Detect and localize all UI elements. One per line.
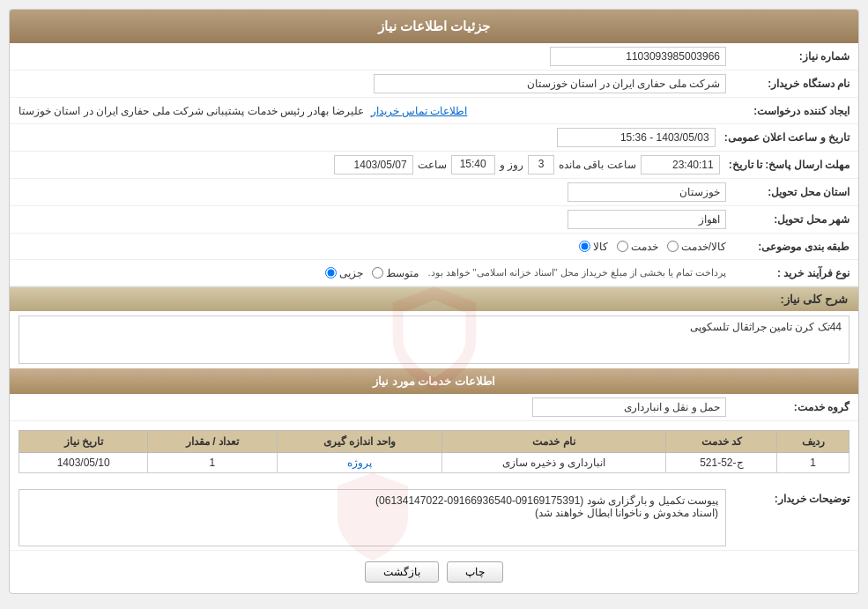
category-khedmat[interactable]: خدمت (617, 241, 658, 253)
delivery-province-area: خوزستان (19, 182, 726, 202)
purchase-type-radio-group: متوسط جزیی (325, 267, 419, 279)
need-summary-value: 44تک کرن تامین جراثقال تلسکوپی (690, 321, 842, 333)
page-title: جزئیات اطلاعات نیاز (10, 10, 858, 43)
response-deadline-area: 23:40:11 ساعت باقی مانده 3 روز و 15:40 س… (19, 155, 720, 175)
purchase-type-motevaset[interactable]: متوسط (372, 267, 419, 279)
delivery-province-row: استان محل تحویل: خوزستان (10, 179, 858, 206)
purchase-type-motevaset-label: متوسط (386, 267, 419, 279)
remaining-label: ساعت باقی مانده (559, 159, 636, 171)
col-header-quantity: تعداد / مقدار (148, 431, 277, 453)
delivery-province-value: خوزستان (568, 182, 726, 202)
purchase-type-note: پرداخت تمام یا بخشی از مبلغ خریداز محل "… (427, 267, 726, 279)
creator-row: ایجاد کننده درخواست: اطلاعات تماس خریدار… (10, 98, 858, 124)
buyer-notes-label: توضیحات خریدار: (726, 489, 849, 505)
delivery-city-label: شهر محل تحویل: (726, 213, 849, 226)
delivery-city-area: اهواز (19, 210, 726, 229)
purchase-type-label: نوع فرآیند خرید : (726, 267, 849, 279)
response-days-value: 3 (528, 155, 554, 175)
cell-date: 1403/05/10 (19, 453, 148, 473)
category-area: کالا/خدمت خدمت کالا (19, 241, 726, 253)
need-number-value-area: 1103093985003966 (19, 47, 726, 66)
creator-label: ایجاد کننده درخواست: (726, 105, 849, 117)
need-summary-header: شرح کلی نیاز: (10, 287, 858, 311)
need-number-value: 1103093985003966 (550, 47, 726, 66)
category-kala-khedmat-label: کالا/خدمت (681, 241, 726, 253)
response-remaining-value: 23:40:11 (641, 155, 720, 175)
table-row: 1 ج-52-521 انبارداری و ذخیره سازی پروژه … (19, 453, 849, 473)
time-label: ساعت (418, 159, 447, 171)
response-time-value: 15:40 (451, 155, 495, 175)
buyer-notes-row: توضیحات خریدار: پیوست تکمیل و بارگزاری ش… (10, 482, 858, 551)
contact-link[interactable]: اطلاعات تماس خریدار (371, 105, 468, 117)
buyer-org-row: نام دستگاه خریدار: شرکت ملی حفاری ایران … (10, 71, 858, 98)
col-header-unit: واحد اندازه گیری (277, 431, 441, 453)
service-group-label: گروه خدمت: (726, 401, 849, 413)
response-deadline-label: مهلت ارسال پاسخ: تا تاریخ: (720, 159, 849, 171)
category-kala-khedmat[interactable]: کالا/خدمت (667, 241, 726, 253)
category-khedmat-label: خدمت (631, 241, 658, 253)
days-label: روز و (500, 159, 523, 171)
buyer-notes-area: پیوست تکمیل و بارگزاری شود (09169175391-… (19, 489, 726, 546)
col-header-code: کد خدمت (666, 431, 777, 453)
services-table: ردیف کد خدمت نام خدمت واحد اندازه گیری ت… (19, 430, 849, 473)
service-group-value-area: حمل و نقل و انبارداری (19, 397, 726, 417)
need-number-row: شماره نیاز: 1103093985003966 (10, 43, 858, 71)
delivery-city-row: شهر محل تحویل: اهواز (10, 206, 858, 234)
need-number-label: شماره نیاز: (726, 50, 849, 63)
purchase-type-area: پرداخت تمام یا بخشی از مبلغ خریداز محل "… (19, 267, 726, 279)
need-summary-area: 44تک کرن تامین جراثقال تلسکوپی (10, 311, 858, 368)
service-group-value: حمل و نقل و انبارداری (532, 397, 726, 417)
col-header-date: تاریخ نیاز (19, 431, 148, 453)
col-header-name: نام خدمت (441, 431, 665, 453)
creator-value-area: اطلاعات تماس خریدار علیرضا بهادر رئیس خد… (19, 105, 726, 117)
delivery-city-value: اهواز (568, 210, 726, 229)
services-table-area: ردیف کد خدمت نام خدمت واحد اندازه گیری ت… (10, 421, 858, 482)
services-section-header: اطلاعات خدمات مورد نیاز (10, 368, 858, 394)
print-button[interactable]: چاپ (447, 561, 503, 583)
announce-time-area: 1403/05/03 - 15:36 (19, 128, 716, 147)
cell-code: ج-52-521 (666, 453, 777, 473)
category-kala[interactable]: کالا (579, 241, 608, 253)
category-row: طبقه بندی موضوعی: کالا/خدمت خدمت کالا (10, 234, 858, 260)
announce-time-value: 1403/05/03 - 15:36 (557, 128, 716, 147)
category-kala-label: کالا (593, 241, 608, 253)
cell-name: انبارداری و ذخیره سازی (441, 453, 665, 473)
buyer-org-label: نام دستگاه خریدار: (726, 78, 849, 90)
delivery-province-label: استان محل تحویل: (726, 186, 849, 198)
cell-unit: پروژه (277, 453, 441, 473)
creator-value: علیرضا بهادر رئیس خدمات پشتیبانی شرکت مل… (19, 105, 364, 117)
purchase-type-jozyi-label: جزیی (339, 267, 363, 279)
response-date-value: 1403/05/07 (334, 155, 413, 175)
buyer-notes-value: پیوست تکمیل و بارگزاری شود (09169175391-… (375, 494, 718, 519)
cell-quantity: 1 (148, 453, 277, 473)
service-group-row: گروه خدمت: حمل و نقل و انبارداری (10, 394, 858, 421)
buyer-org-value-area: شرکت ملی حفاری ایران در استان خوزستان (19, 74, 726, 93)
announce-time-label: تاریخ و ساعت اعلان عمومی: (716, 131, 849, 144)
announce-time-row: تاریخ و ساعت اعلان عمومی: 1403/05/03 - 1… (10, 124, 858, 152)
purchase-type-jozyi[interactable]: جزیی (325, 267, 363, 279)
cell-row: 1 (777, 453, 849, 473)
back-button[interactable]: بازگشت (365, 561, 439, 583)
purchase-type-row: نوع فرآیند خرید : پرداخت تمام یا بخشی از… (10, 260, 858, 286)
buyer-org-value: شرکت ملی حفاری ایران در استان خوزستان (374, 74, 726, 93)
response-deadline-row: مهلت ارسال پاسخ: تا تاریخ: 23:40:11 ساعت… (10, 152, 858, 179)
col-header-row: ردیف (777, 431, 849, 453)
category-label: طبقه بندی موضوعی: (726, 241, 849, 253)
button-area: چاپ بازگشت (10, 551, 858, 593)
category-radio-group: کالا/خدمت خدمت کالا (579, 241, 726, 253)
